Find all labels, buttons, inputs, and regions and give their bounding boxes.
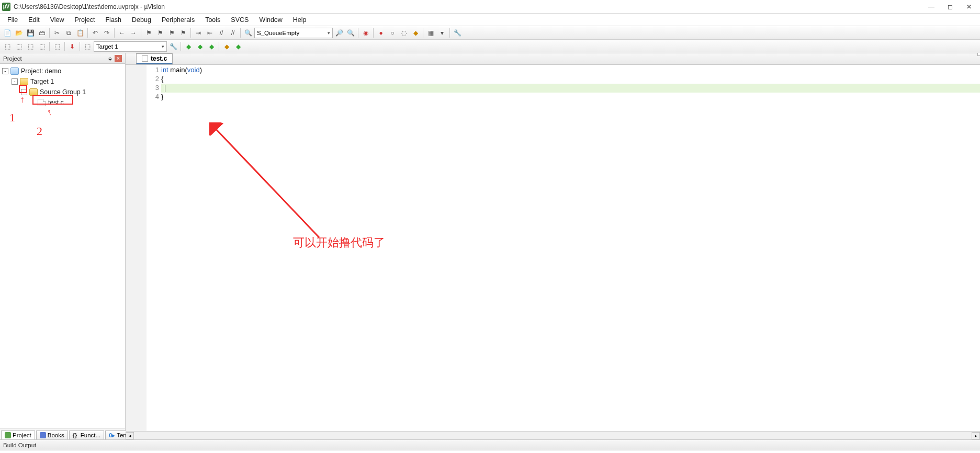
window-icon[interactable]: ▦: [425, 28, 436, 38]
options-icon[interactable]: 🔧: [168, 41, 178, 52]
build-icon[interactable]: ⬚: [14, 41, 24, 52]
panel-close-icon[interactable]: ✕: [115, 55, 122, 62]
translate-icon[interactable]: ⬚: [2, 41, 13, 52]
open-file-icon[interactable]: 📂: [14, 28, 24, 38]
menu-flash[interactable]: Flash: [100, 15, 127, 25]
tree-target[interactable]: - Target 1: [1, 76, 124, 87]
download-icon[interactable]: ⬇: [67, 41, 77, 52]
breakpoint-enable-icon[interactable]: ○: [387, 28, 398, 38]
uncomment-icon[interactable]: //: [228, 28, 238, 38]
pin-icon[interactable]: ⬙: [106, 55, 114, 62]
bookmark-prev-icon[interactable]: ⚑: [155, 28, 165, 38]
code-line[interactable]: {: [161, 75, 980, 84]
indent-icon[interactable]: ⇥: [193, 28, 204, 38]
line-number-gutter: 1 2 3 4: [147, 65, 161, 431]
toolbar-separator: [80, 42, 80, 51]
menu-project[interactable]: Project: [70, 15, 100, 25]
tab-project[interactable]: Project: [1, 431, 35, 439]
paste-icon[interactable]: 📋: [75, 28, 85, 38]
save-icon[interactable]: 💾: [25, 28, 36, 38]
breakpoint-kill-icon[interactable]: ◆: [410, 28, 421, 38]
annotation-number-1: 1: [9, 111, 15, 124]
close-button[interactable]: ✕: [964, 3, 974, 10]
find-combo[interactable]: S_QueueEmpty ▾: [254, 28, 333, 38]
manage-rte-icon[interactable]: ◆: [183, 41, 194, 52]
line-number: 4: [147, 93, 161, 101]
tree-file[interactable]: test.c: [1, 97, 124, 108]
pack-installer-icon[interactable]: ◆: [206, 41, 217, 52]
code-content[interactable]: int main(void) { }: [161, 65, 980, 431]
code-line-current[interactable]: [161, 84, 980, 93]
menu-view[interactable]: View: [45, 15, 70, 25]
build-output-header: Build Output: [0, 440, 980, 450]
bookmark-next-icon[interactable]: ⚑: [166, 28, 177, 38]
code-line[interactable]: }: [161, 93, 980, 101]
editor-tab-testc[interactable]: test.c: [136, 53, 173, 64]
menu-svcs[interactable]: SVCS: [226, 15, 254, 25]
comment-icon[interactable]: //: [216, 28, 227, 38]
maximize-button[interactable]: ◻: [945, 3, 955, 10]
expand-toggle-icon[interactable]: -: [12, 78, 18, 85]
scroll-track[interactable]: [134, 432, 972, 439]
outdent-icon[interactable]: ⇤: [205, 28, 215, 38]
chevron-down-icon: ▾: [162, 44, 164, 49]
bookmark-icon[interactable]: ⚑: [143, 28, 154, 38]
scroll-right-button[interactable]: ▸: [972, 432, 980, 439]
toolbar-separator: [181, 42, 181, 51]
tab-books-label: Books: [48, 432, 64, 438]
select-packs-icon[interactable]: ◆: [195, 41, 205, 52]
toolbar-separator: [49, 42, 50, 51]
scroll-left-button[interactable]: ◂: [126, 432, 134, 439]
menu-edit[interactable]: Edit: [23, 15, 45, 25]
tree-root[interactable]: - Project: demo: [1, 66, 124, 76]
code-line[interactable]: int main(void): [161, 66, 980, 75]
tree-file-label: test.c: [48, 99, 64, 106]
new-file-icon[interactable]: 📄: [2, 28, 13, 38]
books-icon[interactable]: ◆: [221, 41, 232, 52]
code-editor[interactable]: 1 2 3 4 int main(void) { } 可以开始撸代码了: [126, 65, 980, 431]
project-tree[interactable]: - Project: demo - Target 1 - Source Grou…: [0, 64, 125, 428]
configure-icon[interactable]: 🔧: [452, 28, 463, 38]
tree-root-label: Project: demo: [21, 67, 61, 75]
batch-build-icon[interactable]: ⬚: [37, 41, 47, 52]
stop-build-icon[interactable]: ⬚: [52, 41, 62, 52]
incremental-find-icon[interactable]: 🔍: [345, 28, 356, 38]
tree-group[interactable]: - Source Group 1: [1, 87, 124, 97]
save-all-icon[interactable]: 🗃: [37, 28, 47, 38]
window-dropdown-icon[interactable]: ▾: [437, 28, 447, 38]
tab-functions[interactable]: {}Funct...: [69, 431, 104, 439]
toolbar-separator: [240, 28, 241, 38]
rebuild-icon[interactable]: ⬚: [25, 41, 36, 52]
tab-books[interactable]: Books: [36, 431, 68, 439]
menu-debug[interactable]: Debug: [127, 15, 156, 25]
bookmark-clear-icon[interactable]: ⚑: [178, 28, 188, 38]
find-icon[interactable]: 🔍: [243, 28, 253, 38]
toolbar-separator: [219, 42, 219, 51]
undo-icon[interactable]: ↶: [90, 28, 100, 38]
expand-toggle-icon[interactable]: -: [2, 68, 8, 74]
target-options-icon[interactable]: ⬚: [82, 41, 93, 52]
breakpoint-insert-icon[interactable]: ●: [376, 28, 386, 38]
editor-horizontal-scrollbar[interactable]: ◂ ▸: [126, 431, 980, 439]
target-combo-text: Target 1: [96, 43, 118, 50]
redo-icon[interactable]: ↷: [102, 28, 112, 38]
menu-window[interactable]: Window: [254, 15, 287, 25]
chevron-down-icon: ▾: [328, 30, 330, 36]
minimize-button[interactable]: —: [927, 3, 936, 10]
find-in-files-icon[interactable]: 🔎: [334, 28, 344, 38]
expand-toggle-icon[interactable]: -: [21, 89, 27, 95]
menu-file[interactable]: File: [2, 15, 23, 25]
cut-icon[interactable]: ✂: [52, 28, 62, 38]
main-area: Project ⬙ ✕ - Project: demo - Target 1 -…: [0, 53, 980, 439]
copy-icon[interactable]: ⧉: [63, 28, 74, 38]
debug-start-icon[interactable]: ◉: [361, 28, 371, 38]
nav-back-icon[interactable]: ←: [117, 28, 127, 38]
config-wizard-icon[interactable]: ◆: [233, 41, 243, 52]
target-combo[interactable]: Target 1 ▾: [94, 41, 167, 52]
tab-functions-label: Funct...: [81, 432, 100, 438]
menu-peripherals[interactable]: Peripherals: [156, 15, 200, 25]
menu-tools[interactable]: Tools: [200, 15, 226, 25]
menu-help[interactable]: Help: [288, 15, 312, 25]
breakpoint-disable-icon[interactable]: ◌: [399, 28, 409, 38]
nav-forward-icon[interactable]: →: [128, 28, 139, 38]
